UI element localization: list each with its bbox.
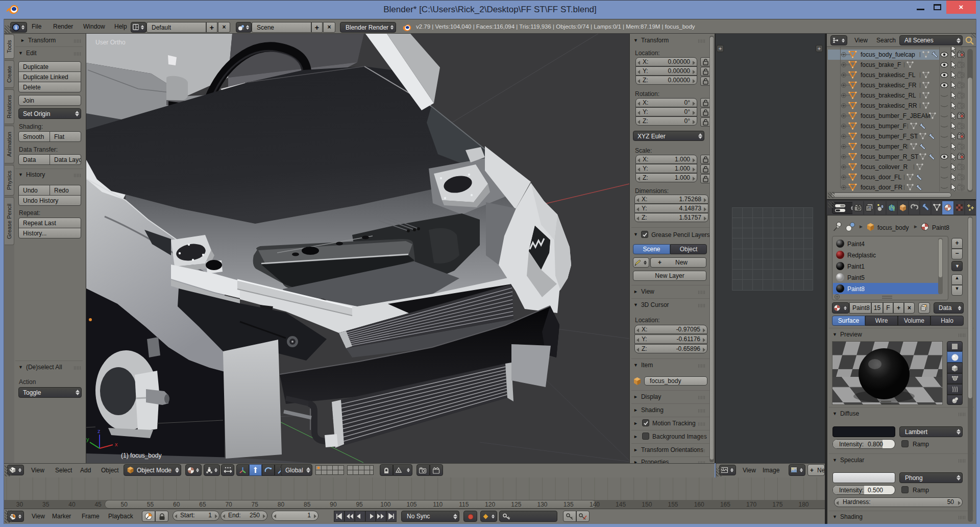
svg-text:Paint5: Paint5 bbox=[847, 274, 865, 281]
svg-text:115: 115 bbox=[459, 501, 469, 508]
svg-text:120: 120 bbox=[485, 501, 495, 508]
svg-text:110: 110 bbox=[433, 501, 443, 508]
svg-text:|: | bbox=[919, 102, 921, 108]
svg-text:x: x bbox=[115, 441, 118, 447]
svg-text:|: | bbox=[919, 82, 921, 88]
svg-text:165: 165 bbox=[720, 501, 730, 508]
svg-text:80: 80 bbox=[278, 501, 285, 508]
svg-text:|: | bbox=[919, 51, 921, 57]
svg-text:45: 45 bbox=[94, 501, 102, 508]
svg-text:i: i bbox=[15, 25, 17, 30]
svg-text:focus_bumper_R: focus_bumper_R bbox=[861, 143, 908, 150]
svg-text:|: | bbox=[926, 112, 927, 118]
svg-text:145: 145 bbox=[616, 501, 626, 508]
svg-text:75: 75 bbox=[252, 501, 259, 508]
svg-text:180: 180 bbox=[798, 501, 808, 508]
svg-text:Paint1: Paint1 bbox=[847, 263, 865, 270]
svg-text:55: 55 bbox=[147, 501, 154, 508]
svg-text:focus_body_fuelcap: focus_body_fuelcap bbox=[861, 51, 915, 58]
svg-text:focus_brakedisc_FL: focus_brakedisc_FL bbox=[861, 71, 916, 79]
svg-text:30: 30 bbox=[16, 501, 23, 508]
svg-text:125: 125 bbox=[511, 501, 521, 508]
svg-text:focus_bumper_F_ST: focus_bumper_F_ST bbox=[861, 133, 918, 140]
svg-text:focus_door_FL: focus_door_FL bbox=[861, 174, 901, 181]
svg-text:|: | bbox=[907, 143, 909, 149]
svg-text:|: | bbox=[913, 163, 915, 170]
svg-text:60: 60 bbox=[173, 501, 180, 508]
svg-text:focus_coilover_R: focus_coilover_R bbox=[861, 163, 908, 171]
svg-text:70: 70 bbox=[225, 501, 232, 508]
svg-text:Paint8: Paint8 bbox=[847, 285, 865, 293]
svg-text:|: | bbox=[919, 71, 921, 78]
svg-text:130: 130 bbox=[537, 501, 547, 508]
svg-text:|: | bbox=[907, 123, 909, 129]
svg-text:y: y bbox=[86, 436, 89, 442]
svg-text:|: | bbox=[903, 61, 905, 67]
svg-text:105: 105 bbox=[406, 501, 416, 508]
svg-text:175: 175 bbox=[772, 501, 782, 508]
svg-text:|: | bbox=[903, 184, 905, 190]
svg-text:160: 160 bbox=[694, 501, 704, 508]
svg-text:Paint4: Paint4 bbox=[847, 241, 865, 248]
svg-text:140: 140 bbox=[590, 501, 600, 508]
svg-text:|: | bbox=[916, 153, 918, 159]
svg-text:150: 150 bbox=[642, 501, 652, 508]
svg-text:Redplastic: Redplastic bbox=[847, 252, 876, 259]
svg-text:85: 85 bbox=[304, 501, 311, 508]
svg-text:100: 100 bbox=[380, 501, 390, 508]
svg-text:focus_brakedisc_RL: focus_brakedisc_RL bbox=[861, 92, 916, 99]
svg-text:90: 90 bbox=[330, 501, 337, 508]
svg-text:|: | bbox=[919, 92, 921, 98]
svg-text:focus_bumper_F: focus_bumper_F bbox=[861, 123, 906, 130]
svg-text:User Ortho: User Ortho bbox=[95, 39, 126, 46]
svg-text:focus_bumber_F_JBEAM: focus_bumber_F_JBEAM bbox=[861, 112, 930, 119]
svg-text:focus_brakedisc_RR: focus_brakedisc_RR bbox=[861, 102, 917, 109]
svg-text:65: 65 bbox=[199, 501, 206, 508]
svg-text:z: z bbox=[97, 428, 101, 434]
svg-text:|: | bbox=[916, 133, 918, 139]
svg-text:focus_door_FR: focus_door_FR bbox=[861, 184, 902, 191]
svg-text:focus_bumper_R_ST: focus_bumper_R_ST bbox=[861, 153, 919, 160]
svg-text:170: 170 bbox=[746, 501, 756, 508]
svg-text:50: 50 bbox=[121, 501, 128, 508]
svg-text:95: 95 bbox=[356, 501, 363, 508]
svg-text:155: 155 bbox=[668, 501, 678, 508]
svg-text:focus_brake_F: focus_brake_F bbox=[861, 61, 901, 68]
svg-text:focus_brakedisc_FR: focus_brakedisc_FR bbox=[861, 82, 917, 89]
svg-text:40: 40 bbox=[68, 501, 76, 508]
svg-text:|: | bbox=[903, 174, 905, 180]
svg-text:35: 35 bbox=[42, 501, 50, 508]
svg-text:(1) focus_body: (1) focus_body bbox=[121, 452, 161, 459]
svg-text:135: 135 bbox=[564, 501, 574, 508]
